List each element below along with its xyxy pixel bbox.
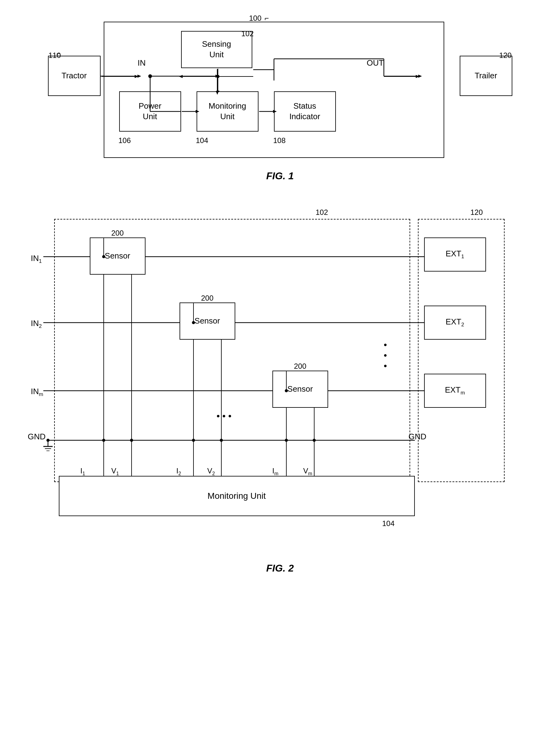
ext1-label: EXT1: [446, 249, 464, 260]
label-in: IN: [138, 58, 146, 68]
label-V1: V1: [111, 467, 119, 476]
ref-200a: 200: [111, 229, 124, 237]
ref-108: 108: [273, 136, 286, 145]
ext1-box: EXT1: [424, 237, 486, 272]
tractor-box: Tractor: [48, 56, 101, 96]
fig2-caption: FIG. 2: [266, 563, 294, 574]
label-Im: Im: [272, 467, 279, 476]
fig2-diagram: 102 120 Sensor 200 Sensor 200 Sensor 200…: [25, 207, 536, 553]
label-I1: I1: [80, 467, 85, 476]
ref-200c: 200: [294, 362, 306, 371]
trailer-box: Trailer: [460, 56, 512, 96]
trailer-label: Trailer: [475, 71, 497, 81]
ref-102: 102: [241, 29, 254, 38]
ref-120-fig2: 120: [471, 208, 483, 217]
monitoring-unit-box-fig2: Monitoring Unit: [59, 476, 415, 516]
label-inm: INm: [31, 387, 43, 398]
monitoring-label: MonitoringUnit: [209, 101, 246, 122]
monitoring-label-fig2: Monitoring Unit: [207, 491, 266, 501]
monitoring-unit-box: MonitoringUnit: [197, 91, 258, 132]
fig1-diagram: 100 ⌐ Tractor 110 ⌐ Trailer 120 IN OUT S…: [48, 12, 512, 161]
sensor1-box: Sensor: [90, 237, 145, 275]
label-Vm: Vm: [303, 467, 312, 476]
dots-horizontal: • • •: [217, 411, 232, 421]
power-label: PowerUnit: [139, 101, 162, 122]
ext2-box: EXT2: [424, 306, 486, 340]
sensor1-label: Sensor: [105, 251, 130, 261]
extm-label: EXTm: [445, 385, 465, 396]
svg-point-67: [46, 439, 50, 442]
sensorm-box: Sensor: [272, 371, 328, 408]
ref-200b: 200: [201, 294, 214, 302]
sensor2-label: Sensor: [194, 316, 220, 326]
status-label: StatusIndicator: [289, 101, 320, 122]
extm-box: EXTm: [424, 374, 486, 408]
sensor2-box: Sensor: [180, 302, 235, 340]
ref-104-fig2: 104: [382, 519, 395, 528]
sensing-label: SensingUnit: [202, 39, 231, 60]
label-out: OUT: [367, 58, 384, 68]
ext2-label: EXT2: [446, 317, 464, 328]
ref-102-fig2: 102: [316, 208, 328, 217]
label-gnd-right: GND: [409, 432, 427, 442]
label-I2: I2: [176, 467, 181, 476]
ref-120: 120: [499, 51, 511, 60]
sensorm-label: Sensor: [287, 384, 313, 394]
ref-106: 106: [119, 136, 131, 145]
label-V2: V2: [207, 467, 215, 476]
ref-104: 104: [196, 136, 208, 145]
label-gnd-left: GND: [28, 432, 46, 442]
tractor-label: Tractor: [62, 71, 87, 81]
fig1-caption: FIG. 1: [266, 170, 294, 182]
ref-100: 100: [249, 14, 262, 23]
dots-vertical: •••: [384, 340, 388, 371]
status-indicator-box: StatusIndicator: [274, 91, 336, 132]
fig1-container: 100 ⌐ Tractor 110 ⌐ Trailer 120 IN OUT S…: [19, 12, 541, 182]
label-in1: IN1: [31, 254, 42, 264]
power-unit-box: PowerUnit: [119, 91, 181, 132]
label-in2: IN2: [31, 319, 42, 329]
fig2-container: 102 120 Sensor 200 Sensor 200 Sensor 200…: [19, 207, 541, 574]
